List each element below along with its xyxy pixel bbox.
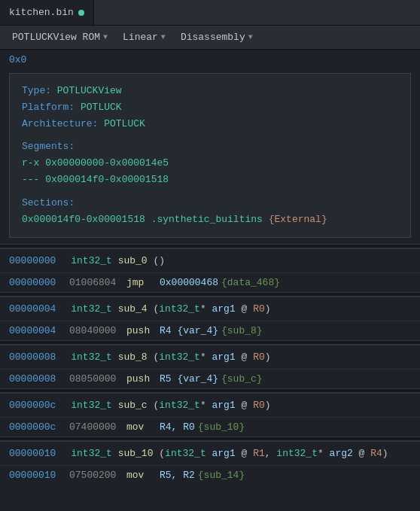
func-parens-close-sub4: )	[265, 303, 271, 315]
func-param-ptr2-sub10: *	[318, 448, 330, 459]
func-at-sub4: @	[236, 303, 253, 315]
func-type-sub10: int32_t	[71, 448, 117, 459]
func-at-subc: @	[236, 400, 253, 411]
func-reg-sub8: R0	[253, 351, 265, 363]
func-name-sub0: sub_0	[118, 255, 148, 266]
insn-op-sub0-0: 0x00000468	[160, 277, 218, 288]
insn-comment-sub8-0: {sub_c}	[221, 373, 263, 385]
platform-label: Platform:	[22, 102, 81, 113]
func-type-sub8: int32_t	[71, 351, 117, 363]
func-parens-close-subc: )	[265, 400, 271, 411]
insn-row-sub0-0: 00000000 01006804 jmp 0x00000468 {data_4…	[0, 272, 420, 292]
seg1-perms: r-x	[22, 157, 39, 169]
func-section-sub10: 00000010 int32_t sub_10 (int32_t arg1 @ …	[0, 441, 420, 485]
func-param-name2-sub10: arg2	[330, 448, 353, 459]
func-addr-subc: 0000000c	[9, 400, 56, 411]
insn-addr-sub0-0: 00000000	[9, 277, 69, 288]
func-reg1-sub10: R1	[253, 448, 265, 459]
insn-mnem-subc-0: mov	[126, 421, 160, 433]
insn-addr-sub10-0: 00000010	[9, 470, 69, 481]
sec1-name: .synthetic_builtins	[151, 214, 263, 225]
insn-bytes-sub0-0: 01006804	[69, 277, 126, 288]
segments-header: Segments:	[22, 138, 398, 155]
platform-value: POTLUCK	[81, 102, 122, 113]
arch-line: Architecture: POTLUCK	[22, 116, 398, 132]
file-tab[interactable]: kitchen.bin	[0, 0, 94, 25]
func-name-sub4: sub_4	[118, 303, 148, 315]
func-type-sub4: int32_t	[71, 303, 117, 315]
func-header-sub4: 00000004 int32_t sub_4 (int32_t* arg1 @ …	[0, 297, 420, 321]
insn-bytes-sub10-0: 07500200	[69, 470, 126, 481]
func-reg2-sub10: R4	[370, 448, 382, 459]
insn-bytes-sub4-0: 08040000	[69, 325, 126, 336]
func-addr-sub8: 00000008	[9, 351, 56, 363]
type-line: Type: POTLUCKView	[22, 83, 398, 99]
seg1-range: 0x00000000-0x000014e5	[45, 157, 169, 169]
insn-bytes-sub8-0: 08050000	[69, 373, 126, 385]
func-name-sub10: sub_10	[118, 448, 154, 459]
func-addr-sub10: 00000010	[9, 448, 56, 459]
insn-addr-sub4-0: 00000004	[9, 325, 69, 336]
func-param-name-sub8: arg1	[212, 351, 236, 363]
insn-row-sub10-0: 00000010 07500200 mov R5, R2 {sub_14}	[0, 465, 420, 485]
func-section-sub0: 00000000 int32_t sub_0 () 00000000 01006…	[0, 248, 420, 292]
func-comma-sub10: ,	[265, 448, 277, 459]
func-header-sub0: 00000000 int32_t sub_0 ()	[0, 249, 420, 272]
func-param-type1-sub10: int32_t	[165, 448, 206, 459]
linear-chevron: ▼	[161, 33, 166, 41]
func-type-sub0: int32_t	[71, 255, 117, 266]
insn-addr-subc-0: 0000000c	[9, 421, 69, 433]
func-param-type2-sub10: int32_t	[276, 448, 318, 459]
func-param-ptr-sub4: *	[200, 303, 212, 315]
func-section-subc: 0000000c int32_t sub_c (int32_t* arg1 @ …	[0, 393, 420, 436]
sec1-tag: {External}	[269, 214, 327, 225]
insn-mnem-sub4-0: push	[126, 325, 160, 336]
sections-label: Sections:	[22, 197, 75, 208]
seg2-line: --- 0x000014f0-0x00001518	[22, 172, 398, 188]
func-at2-sub10: @	[353, 448, 370, 459]
insn-mnem-sub0-0: jmp	[126, 277, 160, 288]
sec1-line: 0x000014f0-0x00001518 .synthetic_builtin…	[22, 211, 398, 228]
insn-comment-sub0-0: {data_468}	[221, 277, 280, 288]
func-reg-subc: R0	[253, 400, 265, 411]
seg1-line: r-x 0x00000000-0x000014e5	[22, 155, 398, 172]
segments-label: Segments:	[22, 141, 75, 152]
func-param-ptr-sub8: *	[200, 351, 212, 363]
insn-op-sub4-0: R4 {var_4}	[160, 325, 218, 336]
func-param-space1-sub10	[206, 448, 212, 459]
insn-row-sub8-0: 00000008 08050000 push R5 {var_4} {sub_c…	[0, 369, 420, 388]
linear-button[interactable]: Linear ▼	[117, 30, 172, 44]
func-param-type-subc: int32_t	[159, 400, 200, 411]
func-reg-sub4: R0	[253, 303, 265, 315]
insn-row-sub4-0: 00000004 08040000 push R4 {var_4} {sub_8…	[0, 321, 420, 340]
func-header-sub8: 00000008 int32_t sub_8 (int32_t* arg1 @ …	[0, 345, 420, 369]
func-param-type-sub8: int32_t	[159, 351, 200, 363]
info-box: Type: POTLUCKView Platform: POTLUCK Arch…	[9, 73, 411, 238]
arch-value: POTLUCK	[104, 118, 145, 129]
func-header-subc: 0000000c int32_t sub_c (int32_t* arg1 @ …	[0, 394, 420, 417]
seg2-perms: ---	[22, 174, 39, 185]
func-parens-close-sub10: )	[382, 448, 388, 459]
func-addr-sub4: 00000004	[9, 303, 56, 315]
insn-comment-sub4-0: {sub_8}	[221, 325, 263, 336]
potluckview-rom-label: POTLUCKView ROM	[12, 32, 100, 43]
platform-line: Platform: POTLUCK	[22, 99, 398, 116]
insn-bytes-subc-0: 07400000	[69, 421, 126, 433]
func-param-name-subc: arg1	[212, 400, 236, 411]
func-at-sub8: @	[236, 351, 253, 363]
sec1-range: 0x000014f0-0x00001518	[22, 214, 145, 225]
insn-op-sub10-0: R5, R2	[160, 470, 195, 481]
type-label: Type:	[22, 85, 57, 96]
func-parens-close-sub8: )	[265, 351, 271, 363]
disassembly-button[interactable]: Disassembly ▼	[175, 30, 259, 44]
potluckview-rom-button[interactable]: POTLUCKView ROM ▼	[6, 30, 114, 44]
toolbar: POTLUCKView ROM ▼ Linear ▼ Disassembly ▼	[0, 26, 420, 50]
insn-comment-subc-0: {sub_10}	[198, 421, 245, 433]
insn-comment-sub10-0: {sub_14}	[198, 470, 245, 481]
func-addr-sub0: 00000000	[9, 255, 56, 266]
disassembly-chevron: ▼	[248, 33, 253, 41]
linear-label: Linear	[123, 32, 158, 43]
insn-addr-sub8-0: 00000008	[9, 373, 69, 385]
func-name-sub8: sub_8	[118, 351, 148, 363]
main-content: 0x0 Type: POTLUCKView Platform: POTLUCK …	[0, 50, 420, 511]
